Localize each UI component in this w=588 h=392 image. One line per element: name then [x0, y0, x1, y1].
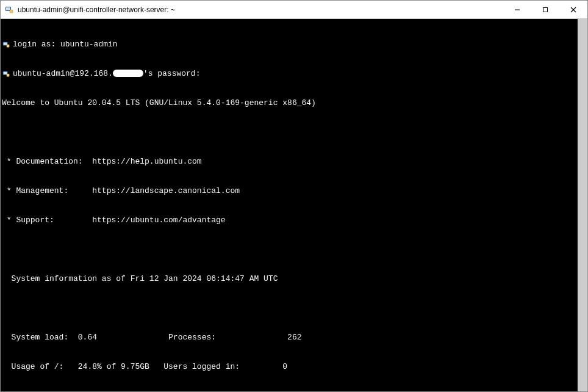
- sysinfo-row: System load: 0.64 Processes: 262: [2, 333, 587, 343]
- ssh-host-prefix: ubuntu-admin@192.168.: [13, 69, 113, 79]
- scrollbar[interactable]: [578, 19, 587, 391]
- password-prompt-line: ubuntu-admin@192.168.'s password:: [2, 69, 587, 79]
- login-prompt-line: login as: ubuntu-admin: [2, 40, 587, 49]
- motd-support: * Support: https://ubuntu.com/advantage: [2, 216, 587, 225]
- redacted-ip: [113, 70, 143, 77]
- svg-rect-10: [7, 45, 9, 47]
- putty-line-icon: [2, 40, 10, 49]
- svg-rect-13: [7, 74, 9, 76]
- blank-line: [2, 303, 587, 313]
- motd-welcome: Welcome to Ubuntu 20.04.5 LTS (GNU/Linux…: [2, 98, 587, 108]
- window-controls: [503, 1, 587, 18]
- titlebar[interactable]: ubuntu-admin@unifi-controller-network-se…: [1, 1, 587, 19]
- login-as-label: login as:: [13, 40, 60, 49]
- login-username: ubuntu-admin: [60, 40, 118, 49]
- ssh-host-suffix: 's password:: [143, 69, 201, 79]
- putty-line-icon: [2, 70, 10, 78]
- motd-mgmt: * Management: https://landscape.canonica…: [2, 186, 587, 196]
- maximize-button[interactable]: [531, 1, 559, 18]
- window-title: ubuntu-admin@unifi-controller-network-se…: [18, 5, 503, 14]
- svg-rect-5: [543, 7, 548, 12]
- window-frame: ubuntu-admin@unifi-controller-network-se…: [0, 0, 588, 392]
- blank-line: [2, 128, 587, 137]
- svg-rect-2: [10, 10, 13, 13]
- motd-doc: * Documentation: https://help.ubuntu.com: [2, 157, 587, 167]
- sysinfo-row: Usage of /: 24.8% of 9.75GB Users logged…: [2, 362, 587, 372]
- terminal-area[interactable]: login as: ubuntu-admin ubuntu-admin@192.…: [1, 19, 587, 391]
- putty-app-icon: [4, 5, 14, 15]
- scrollbar-thumb[interactable]: [578, 19, 587, 391]
- blank-line: [2, 245, 587, 255]
- minimize-button[interactable]: [503, 1, 531, 18]
- close-button[interactable]: [559, 1, 587, 18]
- sysinfo-header: System information as of Fri 12 Jan 2024…: [2, 274, 587, 284]
